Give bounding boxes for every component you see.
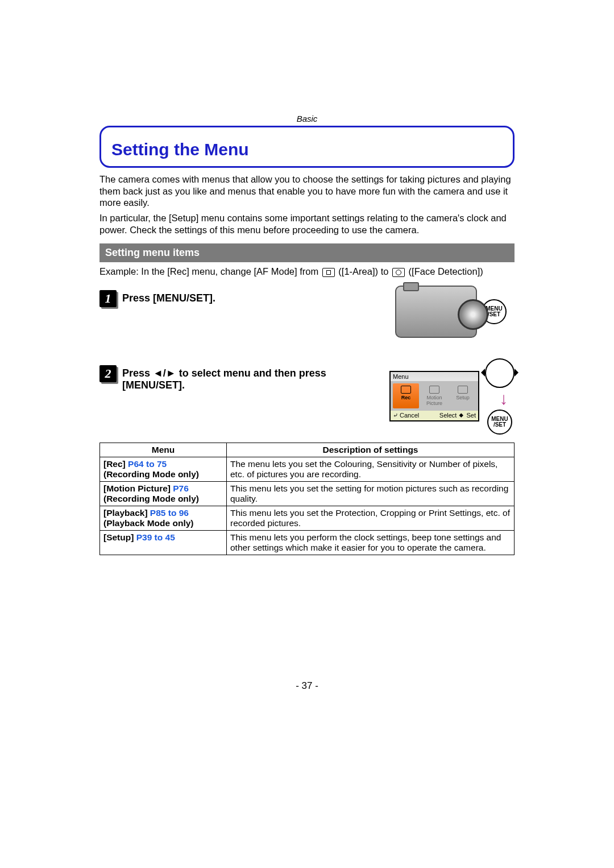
row4-pages: P39 to 45 (136, 532, 175, 542)
step-1-text: Press [MENU/SET]. (122, 290, 386, 304)
row3-pages: P85 to 96 (150, 508, 189, 518)
row2-note: (Recording Mode only) (103, 494, 199, 503)
step-1-badge: 1 (99, 290, 117, 307)
lcd-screen-illustration: Menu Rec Motion Picture Setup ⤶ Cancel S… (389, 371, 479, 421)
one-area-icon (322, 268, 335, 277)
table-row: [Rec] P64 to 75 (Recording Mode only) Th… (100, 457, 515, 481)
page-number: - 37 - (0, 680, 614, 692)
menu-set-label-2: MENU /SET (488, 416, 511, 428)
step-2-number: 2 (99, 365, 117, 382)
lcd-tab-setup: Setup (450, 383, 476, 408)
row1-name: [Rec] (103, 459, 126, 469)
example-text: Example: In the [Rec] menu, change [AF M… (99, 266, 515, 278)
example-mid1: ([1-Area]) to (338, 266, 391, 276)
row4-name: [Setup] (103, 532, 134, 542)
row3-note: (Playback Mode only) (103, 518, 193, 528)
table-row: [Motion Picture] P76 (Recording Mode onl… (100, 481, 515, 506)
lcd-tab-motion: Motion Picture (421, 383, 447, 408)
row3-desc: This menu lets you set the Protection, C… (227, 506, 515, 530)
row3-name: [Playback] (103, 508, 148, 518)
step-2-badge: 2 (99, 365, 117, 382)
page-title: Setting the Menu (111, 140, 249, 159)
step-1-group: 1 Press [MENU/SET]. MENU /SET (99, 283, 515, 353)
arrow-down-icon: ↓ (500, 390, 508, 407)
row2-pages: P76 (173, 483, 189, 493)
dpad-icon (485, 358, 515, 388)
th-desc: Description of settings (227, 443, 515, 457)
step-2-group: 2 Press ◄/► to select menu and then pres… (99, 358, 515, 435)
row2-name: [Motion Picture] (103, 483, 171, 493)
step-1-number: 1 (99, 290, 117, 307)
row1-note: (Recording Mode only) (103, 469, 199, 479)
lcd-tab-rec: Rec (393, 383, 419, 408)
th-menu: Menu (100, 443, 227, 457)
row2-desc: This menu lets you set the setting for m… (227, 481, 515, 506)
section-label: Basic (99, 114, 515, 123)
title-box: Setting the Menu (99, 126, 515, 168)
menu-set-button-icon-2: MENU /SET (487, 410, 512, 435)
example-prefix: Example: In the [Rec] menu, change [AF M… (99, 266, 321, 276)
lcd-select: Select ⯁ Set (439, 412, 476, 419)
menu-description-table: Menu Description of settings [Rec] P64 t… (99, 443, 515, 555)
lcd-title: Menu (391, 372, 478, 381)
face-detection-icon (392, 268, 405, 277)
example-mid2: ([Face Detection]) (409, 266, 483, 276)
intro-paragraph-1: The camera comes with menus that allow y… (99, 173, 515, 209)
row4-desc: This menu lets you perform the clock set… (227, 530, 515, 555)
table-row: [Setup] P39 to 45 This menu lets you per… (100, 530, 515, 555)
step-2-text: Press ◄/► to select menu and then press … (122, 365, 380, 391)
subheading: Setting menu items (99, 243, 515, 262)
table-row: [Playback] P85 to 96 (Playback Mode only… (100, 506, 515, 530)
row1-pages: P64 to 75 (128, 459, 167, 469)
lcd-cancel: ⤶ Cancel (393, 412, 419, 419)
camera-illustration: MENU /SET (395, 283, 515, 340)
row1-desc: The menu lets you set the Colouring, Sen… (227, 457, 515, 481)
intro-paragraph-2: In particular, the [Setup] menu contains… (99, 212, 515, 235)
